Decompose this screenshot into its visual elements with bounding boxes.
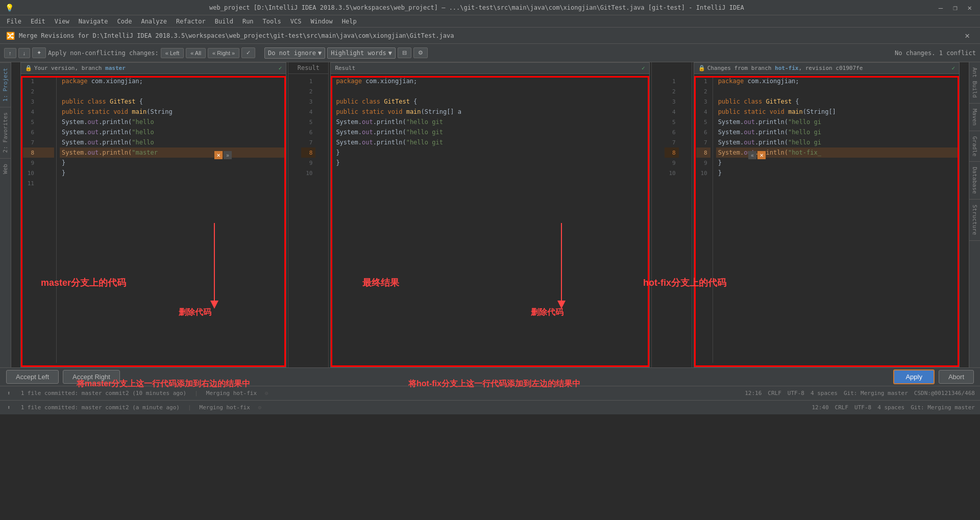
append-left-button[interactable]: «	[748, 151, 756, 159]
status-merge-1: Merging hot-fix	[204, 390, 259, 397]
status-commits-1: ⬆	[5, 390, 13, 397]
status-message-2: 1 file committed: master commit2 (a minu…	[19, 404, 182, 411]
status-merge-2: Merging hot-fix	[198, 404, 252, 411]
sidebar-tab-project[interactable]: 1: Project	[0, 62, 11, 107]
ignore-dropdown-arrow: ▼	[318, 49, 322, 57]
maximize-button[interactable]: ❐	[950, 3, 960, 13]
right-code-area[interactable]: 1 2 3 4 5 6 7 8 9 10 package com.xiongji…	[694, 74, 959, 365]
merge-close-button[interactable]: ✕	[961, 30, 974, 41]
apply-left-button[interactable]: « Left	[161, 48, 184, 58]
apply-label: Apply non-conflicting changes:	[48, 49, 159, 57]
status-bar-2: ⬆ 1 file committed: master commit2 (a mi…	[0, 400, 980, 414]
menu-run[interactable]: Run	[238, 17, 258, 26]
merge-icon: 🔀	[6, 32, 15, 40]
ignore-dropdown[interactable]: Do not ignore ▼	[264, 47, 325, 59]
close-button[interactable]: ✕	[965, 3, 975, 13]
minimize-button[interactable]: —	[936, 3, 946, 13]
panes-container: 🔒 Your version, branch master ✓ 1 2 3 4 …	[11, 62, 969, 367]
middle-check-icon: ✓	[642, 65, 645, 71]
apply-right-button[interactable]: « Right »	[208, 48, 239, 58]
main-area: 1: Project 2: Favorites Web 🔒 Your versi…	[0, 62, 980, 367]
middle-pane-header: Result ✓	[331, 63, 649, 74]
middle-code-area[interactable]: package com.xiongjian; public class GitT…	[331, 74, 649, 365]
right-diff-pane: 🔒 Changes from branch hot-fix, revision …	[694, 62, 960, 367]
merge-dialog-title: Merge Revisions for D:\IntelliJ IDEA 201…	[19, 32, 454, 39]
menu-help[interactable]: Help	[338, 17, 361, 26]
right-line-numbers: 1 2 3 4 5 6 7 8 9 10	[694, 76, 713, 363]
result-divider: Result 1 2 3 4 5 6 7 8 9 10 ✕ »	[288, 62, 329, 367]
menu-tools[interactable]: Tools	[259, 17, 285, 26]
merge-dialog-titlebar: 🔀 Merge Revisions for D:\IntelliJ IDEA 2…	[0, 28, 980, 44]
menu-analyze[interactable]: Analyze	[137, 17, 171, 26]
columns-button[interactable]: ⊟	[398, 47, 411, 58]
left-sidebar: 1: Project 2: Favorites Web	[0, 62, 11, 367]
status-indent-1: 4 spaces	[811, 390, 838, 397]
right-result-numbers: 1 2 3 4 5 6 7 8 9 10	[665, 74, 679, 367]
middle-diff-pane: Result ✓ package com.xiongjian; public c…	[330, 62, 649, 367]
right-conflict-buttons: « ✕	[748, 151, 766, 159]
sidebar-tab-web[interactable]: Web	[0, 158, 11, 179]
ignore-dropdown-label: Do not ignore	[268, 49, 316, 57]
menu-navigate[interactable]: Navigate	[75, 17, 112, 26]
right-pane-header: 🔒 Changes from branch hot-fix, revision …	[694, 63, 959, 74]
status-pos-2: 12:40	[812, 404, 828, 411]
status-message-1: 1 file committed: master commit2 (10 min…	[19, 390, 189, 397]
sidebar-tab-favorites[interactable]: 2: Favorites	[0, 107, 11, 158]
status-pos-1: 12:16	[745, 390, 762, 397]
status-enc-2: UTF-8	[854, 404, 871, 411]
magic-wand-button[interactable]: ✦	[32, 47, 46, 58]
highlight-words-arrow: ▼	[388, 49, 392, 57]
accept-left-button[interactable]: Accept Left	[6, 370, 59, 384]
abort-button[interactable]: Abort	[939, 370, 974, 384]
conflict-status: No changes. 1 conflict	[895, 49, 976, 57]
highlight-words-label: Highlight words	[331, 49, 386, 57]
left-conflict-buttons: ✕ »	[214, 151, 232, 159]
status-commits-2: ⬆	[5, 404, 13, 411]
left-check-icon: ✓	[279, 65, 282, 71]
menu-build[interactable]: Build	[211, 17, 237, 26]
highlight-words-dropdown[interactable]: Highlight words ▼	[327, 47, 396, 59]
accept-right-button[interactable]: Accept Right	[63, 370, 120, 384]
status-bar-1: ⬆ 1 file committed: master commit2 (10 m…	[0, 386, 980, 400]
title-bar: 💡 web_project [D:\IntelliJ IDEA 2018.3.5…	[0, 0, 980, 15]
delete-left-button[interactable]: ✕	[214, 151, 223, 159]
right-result-divider: Result 1 2 3 4 5 6 7 8 9 10 « ✕	[651, 62, 692, 367]
status-indent-2: 4 spaces	[877, 404, 904, 411]
left-diff-pane: 🔒 Your version, branch master ✓ 1 2 3 4 …	[20, 62, 286, 367]
apply-button[interactable]: Apply	[893, 369, 935, 384]
status-crlf-2: CRLF	[835, 404, 849, 411]
menu-view[interactable]: View	[51, 17, 74, 26]
settings-button[interactable]: ⚙	[413, 47, 428, 58]
apply-all-button[interactable]: « All	[186, 48, 206, 58]
sidebar-tab-ant[interactable]: Ant Build	[969, 62, 980, 104]
status-enc-1: UTF-8	[788, 390, 804, 397]
delete-right-button[interactable]: ✕	[757, 151, 766, 159]
toolbar: ↑ ↓ ✦ Apply non-conflicting changes: « L…	[0, 44, 980, 62]
menu-window[interactable]: Window	[306, 17, 336, 26]
menu-refactor[interactable]: Refactor	[172, 17, 210, 26]
status-extra-1: CSDN:@00121346/468	[914, 390, 975, 397]
window-title: web_project [D:\IntelliJ IDEA 2018.3.5\w…	[18, 4, 936, 11]
menu-file[interactable]: File	[3, 17, 26, 26]
left-code-area[interactable]: 1 2 3 4 5 6 7 8 9 10 11 package com.xion…	[21, 74, 286, 365]
sidebar-tab-structure[interactable]: Structure	[969, 200, 980, 241]
check-button[interactable]: ✓	[241, 47, 255, 58]
menu-vcs[interactable]: VCS	[286, 17, 306, 26]
navigate-down-button[interactable]: ↓	[18, 48, 31, 58]
sidebar-tab-gradle[interactable]: Gradle	[969, 131, 980, 162]
append-right-button[interactable]: »	[224, 151, 232, 159]
middle-code-content: package com.xiongjian; public class GitT…	[331, 76, 649, 363]
left-pane-header: 🔒 Your version, branch master ✓	[21, 63, 286, 74]
status-git-2: Git: Merging master	[911, 404, 975, 411]
right-sidebar: Ant Build Maven Gradle Database Structur…	[969, 62, 980, 367]
menu-edit[interactable]: Edit	[27, 17, 50, 26]
left-line-numbers: 1 2 3 4 5 6 7 8 9 10 11	[21, 76, 57, 363]
sidebar-tab-database[interactable]: Database	[969, 162, 980, 200]
sidebar-tab-maven[interactable]: Maven	[969, 104, 980, 131]
left-code-content: package com.xiongjian; public class GitT…	[57, 76, 286, 363]
result-label: Result	[288, 62, 328, 74]
navigate-up-button[interactable]: ↑	[4, 48, 16, 58]
menu-code[interactable]: Code	[113, 17, 136, 26]
right-code-content: package com.xiongjian; public class GitT…	[713, 76, 959, 363]
left-lock-icon: 🔒	[25, 65, 32, 71]
